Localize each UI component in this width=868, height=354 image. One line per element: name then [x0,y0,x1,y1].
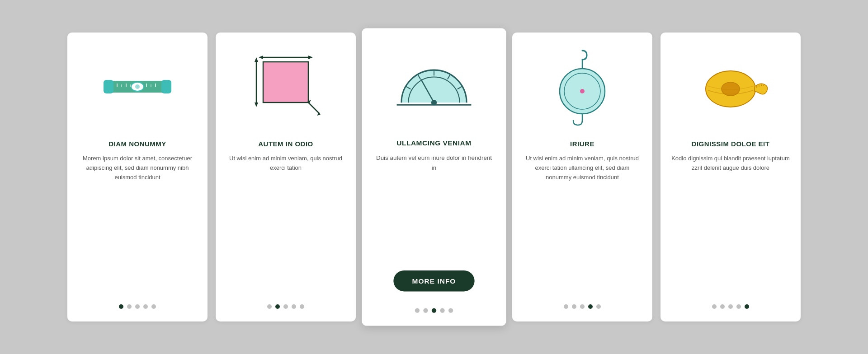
dot-2 [580,304,585,309]
card-2-text: Ut wisi enim ad minim veniam, quis nostr… [226,154,345,296]
card-2-title: AUTEM IN ODIO [258,140,313,148]
tape-measure-icon [671,46,790,127]
card-2: AUTEM IN ODIO Ut wisi enim ad minim veni… [216,33,356,321]
dot-0 [712,304,717,309]
dot-1 [720,304,725,309]
svg-marker-14 [259,56,263,59]
svg-point-33 [580,89,585,93]
card-1: DIAM NONUMMY Morem ipsum dolor sit amet,… [67,33,208,321]
card-5-dots [712,304,749,309]
card-1-text: Morem ipsum dolor sit amet, consectetuer… [78,154,197,296]
dot-0 [564,304,568,309]
card-3-dots [415,308,453,312]
scale-icon [373,42,495,126]
dot-4 [745,304,749,309]
level-icon [78,46,197,127]
card-3-text: Duis autem vel eum iriure dolor in hendr… [373,153,495,262]
card-5-text: Kodio dignissim qui blandit praesent lup… [671,154,790,296]
svg-rect-12 [263,62,308,102]
card-4: IRIURE Ut wisi enim ad minim veniam, qui… [512,33,652,321]
card-3-title: ULLAMCING VENIAM [396,139,471,147]
dot-2 [135,304,140,309]
dot-3 [736,304,741,309]
dimensions-icon [226,46,345,127]
dot-2 [728,304,733,309]
svg-point-4 [135,84,140,89]
card-5: DIGNISSIM DOLOE EIT Kodio dignissim qui … [660,33,801,321]
svg-rect-1 [104,80,113,93]
dot-2 [432,308,436,312]
card-4-dots [564,304,601,309]
card-1-dots [119,304,156,309]
dot-4 [448,308,453,312]
more-info-button[interactable]: MORE INFO [393,270,474,291]
dot-1 [572,304,576,309]
card-3: ULLAMCING VENIAM Duis autem vel eum iriu… [362,28,506,326]
card-2-dots [267,304,304,309]
cards-container: DIAM NONUMMY Morem ipsum dolor sit amet,… [40,14,828,340]
dot-4 [151,304,156,309]
dot-1 [423,308,428,312]
svg-rect-2 [161,80,171,93]
svg-line-19 [308,102,320,114]
svg-marker-21 [317,113,321,116]
card-4-title: IRIURE [570,140,594,148]
dot-0 [267,304,272,309]
dot-4 [300,304,304,309]
dot-1 [275,304,280,309]
dot-3 [588,304,593,309]
dot-1 [127,304,132,309]
dot-0 [415,308,420,312]
dot-2 [283,304,288,309]
card-4-text: Ut wisi enim ad minim veniam, quis nostr… [523,154,642,296]
hanging-scale-icon [523,46,642,127]
svg-marker-18 [255,102,258,107]
dot-4 [596,304,601,309]
dot-3 [292,304,296,309]
dot-0 [119,304,123,309]
card-5-title: DIGNISSIM DOLOE EIT [692,140,770,148]
card-1-title: DIAM NONUMMY [108,140,166,148]
dot-3 [440,308,444,312]
svg-marker-15 [308,56,313,59]
dot-3 [143,304,148,309]
svg-marker-17 [255,57,258,62]
